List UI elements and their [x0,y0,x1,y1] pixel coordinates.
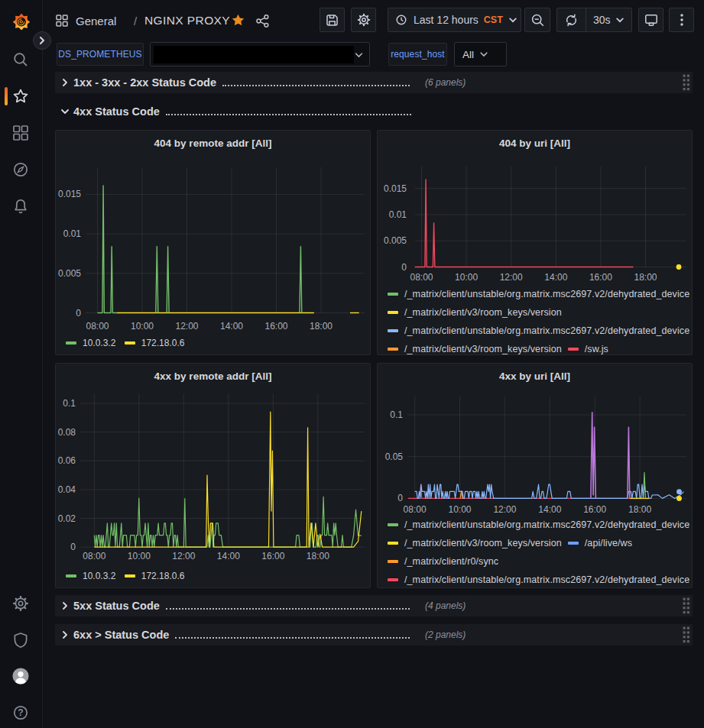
svg-text:08:00: 08:00 [404,504,427,515]
svg-text:10:00: 10:00 [448,504,471,515]
svg-text:18:00: 18:00 [310,321,333,332]
svg-text:18:00: 18:00 [628,504,651,515]
svg-text:14:00: 14:00 [538,504,561,515]
svg-text:10:00: 10:00 [455,272,478,283]
svg-text:16:00: 16:00 [261,551,284,561]
svg-text:0.1: 0.1 [390,409,403,420]
svg-text:12:00: 12:00 [500,272,523,283]
svg-text:08:00: 08:00 [83,551,105,561]
svg-text:0.015: 0.015 [58,189,81,199]
svg-text:0.005: 0.005 [384,235,407,246]
svg-text:10:00: 10:00 [128,551,151,561]
svg-text:0.06: 0.06 [58,455,76,466]
svg-text:0.05: 0.05 [385,451,404,462]
svg-text:0.08: 0.08 [58,427,76,438]
svg-text:08:00: 08:00 [410,272,433,283]
svg-text:0.01: 0.01 [63,228,82,239]
svg-text:10:00: 10:00 [131,321,154,332]
svg-text:0.01: 0.01 [389,209,407,220]
svg-text:14:00: 14:00 [217,551,240,561]
svg-text:16:00: 16:00 [583,504,606,515]
svg-text:0.005: 0.005 [58,268,81,279]
svg-text:14:00: 14:00 [220,321,243,332]
svg-text:18:00: 18:00 [634,272,657,283]
svg-text:14:00: 14:00 [544,272,567,283]
svg-text:0.015: 0.015 [384,183,407,194]
svg-text:12:00: 12:00 [172,551,195,561]
svg-text:12:00: 12:00 [175,321,198,332]
svg-text:08:00: 08:00 [86,321,109,332]
svg-text:0.02: 0.02 [58,513,76,524]
svg-text:0: 0 [397,493,403,503]
svg-text:16:00: 16:00 [589,272,612,283]
svg-text:12:00: 12:00 [493,504,516,515]
svg-text:0: 0 [70,542,76,552]
svg-text:0.1: 0.1 [63,398,76,409]
svg-text:0.04: 0.04 [58,484,76,495]
svg-text:0: 0 [76,308,81,319]
svg-text:16:00: 16:00 [264,321,287,332]
svg-text:18:00: 18:00 [307,551,329,561]
svg-text:0: 0 [401,262,407,273]
